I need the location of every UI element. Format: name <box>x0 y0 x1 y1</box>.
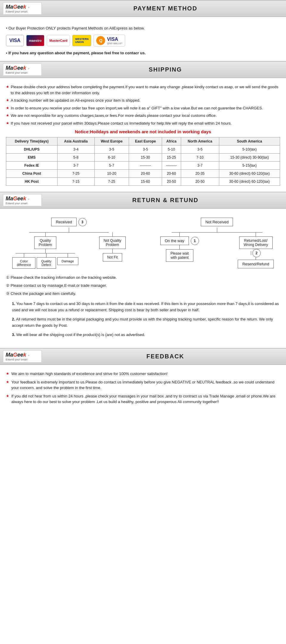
table-header-row: Delivery Time(days) Asia Australia West … <box>6 137 280 145</box>
circle-3: 3 <box>78 218 87 226</box>
shipping-point-1: Please double check your address before … <box>6 84 280 96</box>
table-cell: 5-8 <box>57 154 94 162</box>
not-quality-problem-box: Not Quality Problem <box>99 236 126 249</box>
feedback-header: MaGeek ✦ Extend your smart FEEDBACK <box>0 348 286 365</box>
table-row: HK Post7-157-2515-6020-5020-5030-60 (dir… <box>6 178 280 186</box>
table-cell: 6-10 <box>94 154 129 162</box>
table-cell: 20-35 <box>181 170 219 178</box>
feedback-logo-box: MaGeek ✦ Extend your smart <box>3 350 42 363</box>
circle-2: 2 <box>252 249 261 257</box>
flowchart-left: Received 3 Quality Problem <box>6 218 132 269</box>
table-cell: China Post <box>6 170 57 178</box>
damage-box: Damage <box>57 257 79 265</box>
logo-tagline: Extend your smart <box>6 10 29 13</box>
shipping-header: MaGeek ✦ Extend your smart SHIPPING <box>0 61 286 78</box>
not-received-box: Not Received <box>201 218 233 226</box>
table-cell: 3-4 <box>57 145 94 154</box>
table-cell: 7-25 <box>94 178 129 186</box>
buyer-protection-note: Our Buyer Protection ONLY protects Payme… <box>6 26 280 30</box>
table-cell: 3-7 <box>181 162 219 170</box>
return-title: RETURN & RETUND <box>48 197 283 204</box>
feedback-title: FEEDBACK <box>48 353 283 360</box>
feedback-point-1: We aim to maintain high standards of exc… <box>6 371 280 377</box>
feedback-logo-tagline: Extend your smart <box>6 358 29 361</box>
flowchart-right: Not Received On the way 1 Ple <box>154 218 280 269</box>
table-cell: 20-50 <box>162 178 181 186</box>
table-row: Fedex IE3-75-7------------------3-75-15(… <box>6 162 280 170</box>
visa-icon: VISA <box>6 35 24 46</box>
table-cell: 30-60 (direct) 60-120(tax) <box>219 178 280 186</box>
payment-title: PAYMENT METHOD <box>48 5 283 12</box>
feedback-logo-brand: MaGeek ✦ <box>6 352 29 358</box>
table-cell: 5-15(tax) <box>219 162 280 170</box>
return-logo-tagline: Extend your smart <box>6 202 29 205</box>
shipping-section: MaGeek ✦ Extend your smart SHIPPING Plea… <box>0 61 286 192</box>
table-cell: 3-5 <box>129 145 162 154</box>
feedback-point-2: Your feedback is extremely important to … <box>6 379 280 391</box>
shipping-table: Delivery Time(days) Asia Australia West … <box>6 137 280 186</box>
table-cell: 3-5 <box>181 145 219 154</box>
table-cell: --------- <box>162 162 181 170</box>
table-row: EMS5-86-1015-3015-257-1015-30 (direct) 3… <box>6 154 280 162</box>
table-cell: 7-25 <box>57 170 94 178</box>
table-cell: 30-60 (direct) 60-120(tax) <box>219 170 280 178</box>
return-note-1: ① Please check the tracking information … <box>6 275 280 281</box>
logo-brand: MaGeek ✦ <box>6 4 29 10</box>
table-cell: 5-7 <box>94 162 129 170</box>
returned-lost-box: Returned/Lost/ Wrong Delivery <box>239 236 273 249</box>
table-cell: 5-10 <box>162 145 181 154</box>
table-cell: 10-20 <box>94 170 129 178</box>
table-cell: HK Post <box>6 178 57 186</box>
return-logo-brand: MaGeek ✦ <box>6 196 29 202</box>
return-content: Received 3 Quality Problem <box>0 212 286 348</box>
quality-problem-box: Quality Problem <box>34 236 57 249</box>
col-delivery-time: Delivery Time(days) <box>6 137 57 145</box>
col-south-america: South America <box>219 137 280 145</box>
table-cell: 5-10(tax) <box>219 145 280 154</box>
return-numbered-3: 3. We will bear all the shipping cost if… <box>6 332 280 338</box>
table-row: China Post7-2510-2020-6020-6020-3530-60 … <box>6 170 280 178</box>
return-numbered-2: 2. All returned items must be in the ori… <box>6 316 280 329</box>
table-cell: 7-10 <box>181 154 219 162</box>
resend-refund-box: Resend/Refund <box>238 260 273 268</box>
payment-icons-row: VISA maestro MasterCard WESTERNUNION Q V… <box>6 35 280 47</box>
table-cell: EMS <box>6 154 57 162</box>
table-cell: 15-60 <box>129 178 162 186</box>
payment-content: Our Buyer Protection ONLY protects Payme… <box>0 20 286 61</box>
shipping-logo-brand: MaGeek ✦ <box>6 65 29 71</box>
return-numbered-1: 1. You have 7 days to contact us and 30 … <box>6 301 280 313</box>
payment-contact-note: If you have any question about the payme… <box>6 51 280 55</box>
shipping-content: Please double check your address before … <box>0 81 286 192</box>
please-wait-box: Please wait with patient <box>166 249 193 262</box>
return-notes: ① Please check the tracking information … <box>6 275 280 297</box>
not-fit-box: Not Fit <box>103 253 122 261</box>
flowchart: Received 3 Quality Problem <box>6 215 280 272</box>
quality-defect-box: Quality Defect <box>37 257 56 269</box>
table-cell: --------- <box>129 162 162 170</box>
table-row: DHL/UPS3-43-53-55-103-55-10(tax) <box>6 145 280 154</box>
return-section: MaGeek ✦ Extend your smart RETURN & RETU… <box>0 192 286 348</box>
payment-header: MaGeek ✦ Extend your smart PAYMENT METHO… <box>0 0 286 17</box>
shipping-point-3: In order to ensure you receive your orde… <box>6 105 280 111</box>
shipping-logo-tagline: Extend your smart <box>6 71 29 74</box>
table-cell: Fedex IE <box>6 162 57 170</box>
logo-box: MaGeek ✦ Extend your smart <box>3 2 42 15</box>
feedback-point-3: If you did not hear from us within 24 ho… <box>6 393 280 405</box>
table-cell: 15-30 (direct) 30-90(tax) <box>219 154 280 162</box>
shipping-point-4: We are not responsible for any customs c… <box>6 113 280 119</box>
return-header: MaGeek ✦ Extend your smart RETURN & RETU… <box>0 192 286 209</box>
table-cell: 3-5 <box>94 145 129 154</box>
shipping-point-5: If you have not received your parcel wit… <box>6 120 280 126</box>
mastercard-icon: MasterCard <box>47 35 70 46</box>
feedback-section: MaGeek ✦ Extend your smart FEEDBACK We a… <box>0 348 286 413</box>
table-cell: 15-30 <box>129 154 162 162</box>
received-box: Received <box>51 218 76 226</box>
table-cell: 20-60 <box>129 170 162 178</box>
feedback-points: We aim to maintain high standards of exc… <box>6 371 280 405</box>
return-note-3: ③ Check the package and item carefully. <box>6 291 280 297</box>
shipping-title: SHIPPING <box>48 66 283 73</box>
shipping-logo-box: MaGeek ✦ Extend your smart <box>3 64 42 76</box>
table-cell: 7-15 <box>57 178 94 186</box>
return-note-2: ② Please contact us by massage,E-mail,or… <box>6 283 280 289</box>
col-asia: Asia Australia <box>57 137 94 145</box>
